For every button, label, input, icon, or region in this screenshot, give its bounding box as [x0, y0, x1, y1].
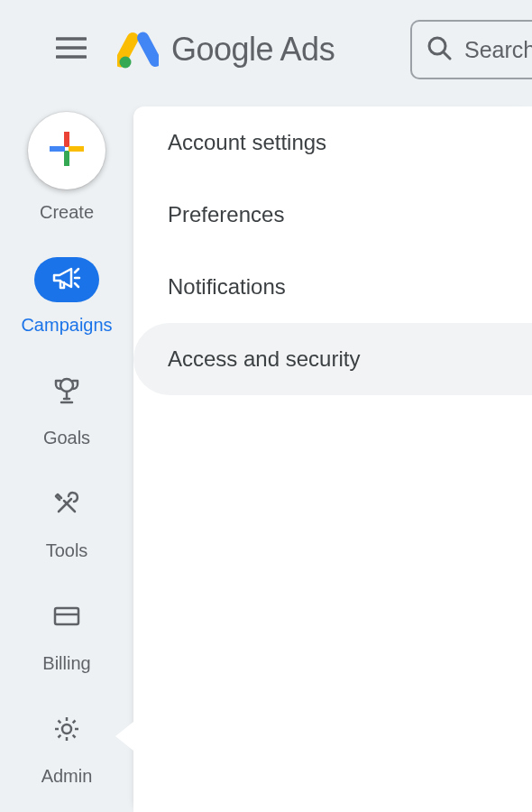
- nav-item-admin[interactable]: Admin: [34, 708, 99, 787]
- nav-label: Tools: [46, 540, 88, 561]
- create-button[interactable]: [28, 112, 105, 189]
- submenu-item-account-settings[interactable]: Account settings: [133, 106, 532, 179]
- svg-line-12: [75, 269, 78, 272]
- svg-line-7: [444, 52, 450, 59]
- credit-card-icon: [51, 604, 82, 632]
- product-name: Google Ads: [171, 31, 335, 69]
- svg-point-21: [62, 724, 71, 734]
- header-bar: Google Ads Search: [0, 0, 532, 99]
- product-logo[interactable]: Google Ads: [117, 31, 335, 69]
- submenu-label: Notifications: [168, 274, 286, 299]
- nav-label: Admin: [41, 766, 93, 787]
- create-label: Create: [40, 202, 94, 223]
- svg-rect-19: [55, 608, 78, 624]
- search-icon: [427, 35, 452, 64]
- gear-icon: [52, 715, 81, 747]
- nav-item-goals[interactable]: Goals: [34, 370, 99, 448]
- svg-rect-15: [60, 379, 73, 392]
- svg-rect-10: [50, 146, 65, 152]
- trophy-icon: [51, 375, 82, 410]
- nav-item-billing[interactable]: Billing: [34, 595, 99, 674]
- submenu-pointer: [115, 722, 133, 751]
- submenu-label: Access and security: [168, 346, 360, 371]
- google-ads-logo-icon: [117, 31, 159, 69]
- nav-label: Campaigns: [21, 315, 112, 336]
- nav-label: Billing: [42, 653, 90, 674]
- submenu-label: Preferences: [168, 202, 284, 226]
- hamburger-menu-icon[interactable]: [56, 37, 87, 62]
- svg-point-5: [120, 57, 132, 69]
- nav-label: Goals: [43, 428, 90, 448]
- plus-icon: [50, 132, 84, 170]
- submenu-item-notifications[interactable]: Notifications: [133, 251, 532, 323]
- search-box[interactable]: Search: [410, 20, 532, 79]
- admin-submenu-panel: Account settings Preferences Notificatio…: [133, 106, 532, 812]
- left-nav-rail: Create Campaigns Goals: [0, 112, 133, 787]
- search-placeholder: Search: [464, 37, 532, 63]
- svg-line-14: [75, 283, 78, 287]
- megaphone-icon: [51, 264, 82, 295]
- svg-rect-9: [64, 151, 69, 166]
- submenu-item-access-security[interactable]: Access and security: [133, 323, 532, 395]
- nav-item-tools[interactable]: Tools: [34, 483, 99, 561]
- tools-icon: [51, 488, 82, 522]
- svg-rect-8: [64, 132, 69, 147]
- submenu-label: Account settings: [168, 130, 326, 154]
- svg-rect-4: [135, 31, 159, 69]
- nav-item-campaigns[interactable]: Campaigns: [21, 257, 112, 336]
- submenu-item-preferences[interactable]: Preferences: [133, 179, 532, 251]
- svg-rect-11: [69, 146, 84, 152]
